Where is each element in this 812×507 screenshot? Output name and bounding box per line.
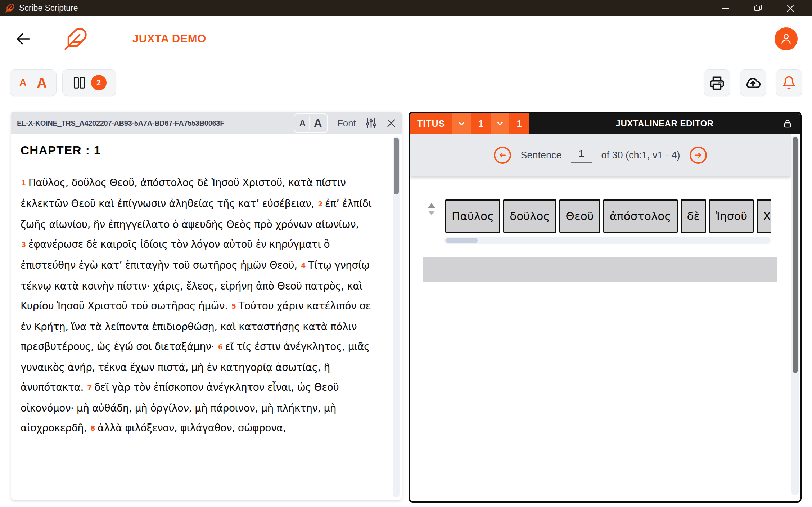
sentence-label: Sentence — [520, 150, 561, 161]
feather-logo-icon — [63, 27, 88, 51]
verse-number-marker: 3 — [21, 241, 26, 248]
app-logo — [46, 16, 105, 61]
font-label: Font — [337, 118, 356, 129]
close-button[interactable] — [785, 3, 796, 14]
verse-number-marker: 8 — [90, 424, 95, 432]
maximize-button[interactable] — [752, 3, 764, 14]
row-reorder-control — [428, 203, 435, 215]
scripture-scrollbar[interactable] — [393, 136, 400, 497]
scrollbar-thumb[interactable] — [446, 238, 478, 243]
verse-number-marker: 2 — [318, 200, 322, 208]
move-down-icon[interactable] — [428, 211, 435, 215]
chapter-number[interactable]: 1 — [471, 113, 491, 134]
minimize-button[interactable] — [720, 3, 731, 14]
scripture-panel-header: EL-X-KOINE_TRS_A4202207-AB93-5A7A-BD67-F… — [11, 112, 402, 134]
scripture-content: CHAPTER : 1 1Παῦλος, δοῦλος Θεοῦ, ἀπόστο… — [21, 134, 382, 501]
decrease-font-button[interactable]: A — [14, 78, 32, 88]
chapter-dropdown-button[interactable] — [491, 113, 509, 134]
columns-layout-button[interactable]: 2 — [62, 69, 116, 96]
verse-number-marker: 1 — [21, 179, 26, 187]
sentence-drop-zone[interactable] — [423, 257, 777, 282]
word-chip[interactable]: δὲ — [681, 199, 707, 233]
increase-font-button[interactable]: A — [32, 76, 52, 90]
back-button[interactable] — [15, 31, 31, 47]
book-selector[interactable]: TITUS — [410, 113, 452, 134]
word-chip[interactable]: Χριστοῦ — [757, 199, 771, 233]
lock-icon[interactable] — [782, 117, 793, 130]
window-controls — [720, 3, 807, 14]
toolbar: A A 2 — [0, 61, 812, 104]
words-horizontal-scrollbar[interactable] — [444, 237, 771, 244]
resource-filename: EL-X-KOINE_TRS_A4202207-AB93-5A7A-BD67-F… — [17, 119, 224, 127]
move-up-icon[interactable] — [428, 203, 435, 208]
font-settings-sliders-button[interactable] — [365, 116, 377, 130]
titlebar: Scribe Scripture — [0, 0, 812, 16]
panel-font-size-group: A A — [294, 113, 328, 133]
cloud-upload-button[interactable] — [740, 69, 766, 96]
font-size-group: A A — [10, 69, 57, 96]
sentence-number-input[interactable]: 1 — [571, 148, 592, 163]
word-chip[interactable]: Παῦλος — [445, 199, 500, 233]
app-window: Scribe Scripture JUXTA DEMO — [0, 0, 812, 507]
panel-close-button[interactable] — [386, 118, 396, 128]
verse-number-marker: 7 — [87, 383, 92, 391]
panel-decrease-font-button[interactable]: A — [296, 119, 309, 127]
scripture-panel: EL-X-KOINE_TRS_A4202207-AB93-5A7A-BD67-F… — [11, 112, 402, 501]
columns-count-badge: 2 — [91, 75, 107, 90]
verse-number-marker: 6 — [218, 343, 223, 351]
window-title: Scribe Scripture — [19, 3, 78, 13]
editor-header: TITUS 1 1 JUXTALINEAR EDITOR — [410, 113, 800, 134]
app-header: JUXTA DEMO — [0, 16, 812, 61]
editor-title: JUXTALINEAR EDITOR — [616, 118, 714, 129]
scripture-panel-controls: A A Font — [294, 113, 396, 133]
columns-icon — [72, 76, 86, 90]
scrollbar-thumb[interactable] — [394, 138, 399, 194]
word-chip[interactable]: δοῦλος — [503, 199, 556, 233]
next-sentence-button[interactable] — [690, 147, 707, 164]
scrollbar-thumb[interactable] — [793, 137, 798, 373]
notifications-bell-button[interactable] — [776, 69, 802, 96]
word-chip[interactable]: ἀπόστολος — [603, 199, 678, 233]
book-dropdown-button[interactable] — [452, 113, 471, 134]
prev-sentence-button[interactable] — [494, 147, 511, 164]
scripture-text: 1Παῦλος, δοῦλος Θεοῦ, ἀπόστολος δὲ Ἰησοῦ… — [21, 173, 382, 439]
back-section — [0, 16, 46, 61]
word-chip[interactable]: Θεοῦ — [559, 199, 600, 233]
sentence-range: of 30 (ch:1, v1 - 4) — [601, 150, 680, 161]
word-chip[interactable]: Ἰησοῦ — [709, 199, 754, 233]
verse-number[interactable]: 1 — [509, 113, 529, 134]
editor-scrollbar[interactable] — [791, 135, 799, 495]
juxtalinear-panel: TITUS 1 1 JUXTALINEAR EDITOR Sent — [409, 112, 802, 503]
profile-avatar-button[interactable] — [775, 27, 798, 50]
print-button[interactable] — [704, 69, 730, 96]
divider — [21, 165, 382, 165]
sentence-navigation: Sentence 1 of 30 (ch:1, v1 - 4) — [410, 134, 791, 176]
editor-title-bar: JUXTALINEAR EDITOR — [529, 113, 800, 134]
verse-number-marker: 5 — [231, 302, 236, 310]
verse-number-marker: 4 — [301, 261, 306, 269]
word-chip-row: ΠαῦλοςδοῦλοςΘεοῦἀπόστολοςδὲἸησοῦΧριστοῦ — [445, 199, 771, 233]
app-feather-icon — [5, 3, 15, 13]
chapter-heading: CHAPTER : 1 — [21, 144, 382, 157]
panel-increase-font-button[interactable]: A — [310, 117, 326, 129]
page-title: JUXTA DEMO — [132, 16, 206, 61]
